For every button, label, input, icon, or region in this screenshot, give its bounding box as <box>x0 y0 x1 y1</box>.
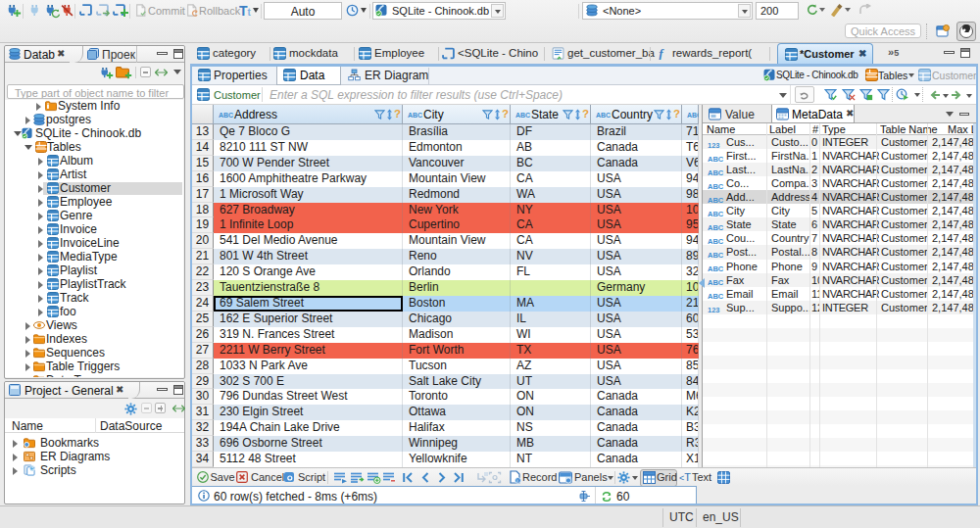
svg-text:i: i <box>516 478 517 484</box>
svg-text:S: S <box>31 465 35 471</box>
